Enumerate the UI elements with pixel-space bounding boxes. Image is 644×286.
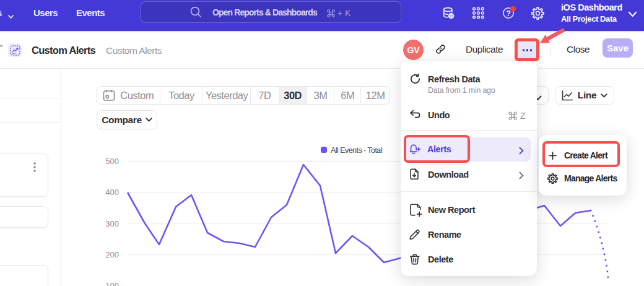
svg-text:400: 400 xyxy=(105,188,119,197)
svg-text:?: ? xyxy=(506,9,511,18)
svg-text:500: 500 xyxy=(105,157,119,166)
svg-text:100: 100 xyxy=(105,281,119,286)
svg-text:300: 300 xyxy=(105,219,119,228)
svg-text:All Events - Total: All Events - Total xyxy=(331,146,382,155)
svg-text:200: 200 xyxy=(105,250,119,259)
